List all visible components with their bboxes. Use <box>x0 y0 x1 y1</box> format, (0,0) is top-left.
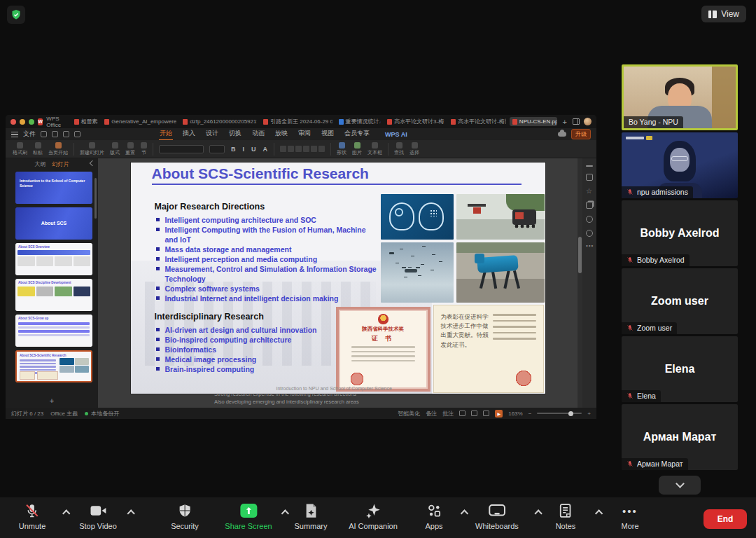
scrollbar-handle[interactable] <box>578 237 582 273</box>
audio-tile-bobby-axelrod[interactable]: Bobby Axelrod Bobby Axelrod <box>622 200 738 266</box>
ribbon-tab-animation[interactable]: 动画 <box>251 127 265 141</box>
slide-sorter-icon[interactable] <box>471 411 477 416</box>
collapse-strip-icon[interactable] <box>586 165 593 167</box>
stop-video-button[interactable]: Stop Video <box>79 503 117 530</box>
slideshow-play-button[interactable]: ▶ <box>495 410 503 418</box>
bold-button[interactable]: B <box>230 146 237 153</box>
meeting-security-shield-icon[interactable] <box>7 6 25 24</box>
play-from-current-button[interactable]: 当页开始 <box>48 142 68 156</box>
comments-toggle[interactable]: 批注 <box>442 410 454 418</box>
new-tab-button[interactable]: + <box>561 118 569 126</box>
hamburger-menu-icon[interactable] <box>11 132 18 137</box>
collapse-participants-button[interactable] <box>659 476 701 495</box>
audio-tile-elena[interactable]: Elena Elena <box>622 336 738 402</box>
slide-thumbnail-1[interactable]: 1 Introduction to the School of Computer… <box>15 172 92 204</box>
video-tile-bo-yang[interactable]: Bo Yang - NPU <box>622 64 738 130</box>
ribbon-tab-view[interactable]: 视图 <box>321 127 335 141</box>
picture-button[interactable]: 图片 <box>352 142 362 156</box>
window-close-dot[interactable] <box>10 119 16 125</box>
unmute-button[interactable]: Unmute <box>19 503 46 530</box>
tab-list-icon[interactable] <box>573 118 580 125</box>
favorites-icon[interactable]: ☆ <box>586 188 593 195</box>
more-button[interactable]: ••• More <box>621 503 638 530</box>
underline-button[interactable]: U <box>251 146 257 153</box>
clipboard-panel-icon[interactable] <box>586 202 593 209</box>
whiteboards-options-chevron[interactable] <box>534 509 542 517</box>
view-button[interactable]: View <box>701 6 746 22</box>
doc-tab[interactable]: 相册素材 <box>71 116 99 127</box>
apps-options-chevron[interactable] <box>461 509 468 517</box>
audio-tile-zoom-user[interactable]: Zoom user Zoom user <box>622 268 738 334</box>
normal-view-icon[interactable] <box>459 411 465 416</box>
theme-name[interactable]: Office 主题 <box>50 410 78 418</box>
zoom-out-button[interactable]: − <box>528 411 532 417</box>
undo-icon[interactable] <box>63 131 69 137</box>
print-icon[interactable] <box>52 131 58 137</box>
window-zoom-dot[interactable] <box>29 119 34 125</box>
outline-tab[interactable]: 大纲 <box>35 160 46 168</box>
cloud-sync-icon[interactable] <box>558 132 566 137</box>
wps-ai-button[interactable]: WPS AI <box>385 131 407 138</box>
share-options-chevron[interactable] <box>281 509 289 517</box>
resource-panel-icon[interactable] <box>586 216 593 223</box>
audio-options-chevron[interactable] <box>62 509 70 517</box>
ribbon-tab-transition[interactable]: 切换 <box>228 127 242 141</box>
doc-tab[interactable]: dzfp_24612000000205921TB4_王... <box>180 116 257 127</box>
ribbon-tab-insert[interactable]: 插入 <box>182 127 196 141</box>
slide-thumbnail-5[interactable]: 5 About SCS-Grow up <box>15 315 92 347</box>
shape-button[interactable]: 形状 <box>337 142 346 156</box>
reset-button[interactable]: 重置 <box>125 142 135 156</box>
canvas-scrollbar[interactable] <box>578 158 582 408</box>
current-slide[interactable]: About SCS-Scientific Research Major Rese… <box>131 163 545 394</box>
doc-tab-active[interactable]: NPU-CS-EN.pptx× <box>510 117 557 126</box>
zoom-slider-handle[interactable] <box>568 411 573 416</box>
backup-status[interactable]: 本地备份开 <box>91 410 119 418</box>
font-color-button[interactable]: A <box>262 146 269 153</box>
video-options-chevron[interactable] <box>127 509 135 517</box>
window-minimize-dot[interactable] <box>20 119 25 125</box>
save-icon[interactable] <box>41 131 47 137</box>
paste-button[interactable]: 粘贴 <box>33 142 43 156</box>
find-button[interactable]: 查找 <box>394 142 404 156</box>
slide-layout-button[interactable]: 版式 <box>110 142 120 156</box>
slides-tab[interactable]: 幻灯片 <box>52 160 69 168</box>
whiteboards-button[interactable]: Whiteboards <box>475 503 519 530</box>
ai-companion-button[interactable]: AI Companion <box>349 503 398 530</box>
notes-button[interactable]: Notes <box>556 503 576 530</box>
ribbon-tab-slideshow[interactable]: 放映 <box>274 127 288 141</box>
format-painter-button[interactable]: 格式刷 <box>13 142 27 156</box>
font-name-box[interactable] <box>159 145 204 153</box>
zoom-in-button[interactable]: + <box>587 411 591 417</box>
zoom-slider[interactable] <box>537 413 582 414</box>
ribbon-tab-home[interactable]: 开始 <box>159 127 173 141</box>
italic-button[interactable]: I <box>242 146 246 153</box>
collapse-panel-icon[interactable] <box>90 160 95 166</box>
audio-tile-arman-marat[interactable]: Арман Марат Арман Марат <box>622 404 738 470</box>
file-menu[interactable]: 文件 <box>23 130 36 139</box>
reading-view-icon[interactable] <box>483 411 489 416</box>
doc-tab[interactable]: 高水平论文研讨-梅博.pptx <box>448 116 506 127</box>
video-tile-npu-admissions[interactable]: npu admissions <box>622 132 738 198</box>
smart-beautify-button[interactable]: 智能美化 <box>398 410 420 418</box>
doc-tab[interactable]: 高水平论文研讨3-梅博.pptx <box>384 116 444 127</box>
account-avatar[interactable] <box>584 118 592 125</box>
ribbon-tab-review[interactable]: 审阅 <box>298 127 312 141</box>
notes-toggle[interactable]: 备注 <box>426 410 437 418</box>
end-meeting-button[interactable]: End <box>704 509 747 529</box>
textbox-button[interactable]: 文本框 <box>368 142 382 156</box>
ribbon-tab-member[interactable]: 会员专享 <box>344 127 370 141</box>
history-panel-icon[interactable] <box>586 230 593 237</box>
font-size-box[interactable] <box>209 145 225 153</box>
comment-panel-icon[interactable] <box>586 174 593 181</box>
more-panels-icon[interactable]: ••• <box>586 244 593 251</box>
slide-thumbnail-3[interactable]: 3 About SCS Overview <box>15 243 92 275</box>
select-button[interactable]: 选择 <box>410 142 419 156</box>
security-button[interactable]: Security <box>171 503 199 530</box>
add-slide-button[interactable]: + <box>6 396 98 408</box>
section-button[interactable]: 节 <box>141 142 147 156</box>
upgrade-badge[interactable]: 升级 <box>571 129 591 139</box>
summary-button[interactable]: Summary <box>294 503 327 530</box>
panel-scrollbar[interactable] <box>94 178 97 219</box>
doc-tab[interactable]: Generative_AI_empowered_netw... <box>102 117 176 126</box>
apps-button[interactable]: Apps <box>425 503 442 530</box>
